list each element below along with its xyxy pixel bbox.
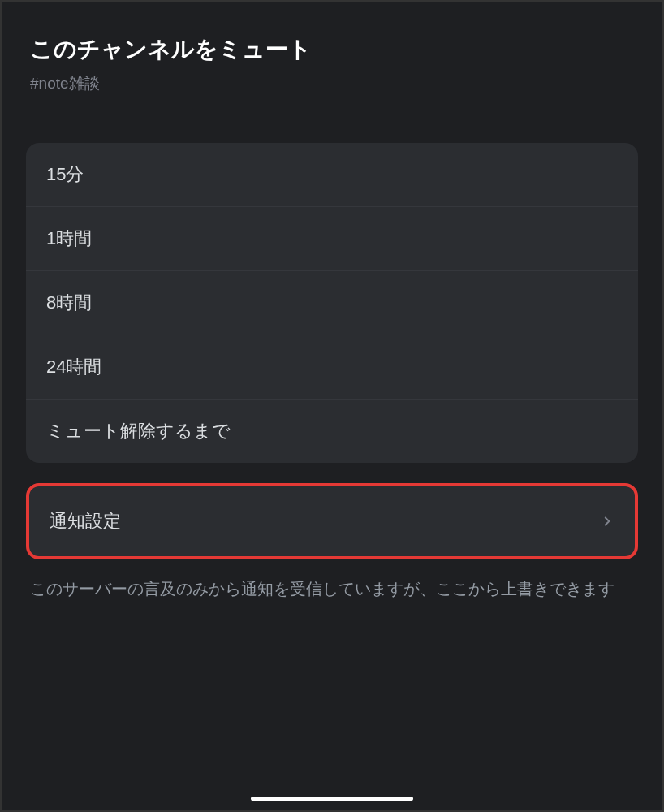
chevron-right-icon [600, 514, 614, 529]
mute-option-24hours[interactable]: 24時間 [26, 335, 638, 400]
notification-settings-button[interactable]: 通知設定 [26, 483, 638, 559]
mute-option-15min[interactable]: 15分 [26, 143, 638, 207]
home-indicator [251, 797, 413, 801]
header: このチャンネルをミュート #note雑談 [2, 2, 662, 114]
page-title: このチャンネルをミュート [30, 34, 634, 65]
option-label: 15分 [46, 164, 84, 184]
mute-duration-options: 15分 1時間 8時間 24時間 ミュート解除するまで [26, 143, 638, 463]
option-label: 1時間 [46, 228, 92, 248]
mute-option-8hours[interactable]: 8時間 [26, 271, 638, 335]
channel-name: #note雑談 [30, 73, 634, 94]
option-label: 8時間 [46, 292, 92, 313]
settings-label: 通知設定 [50, 509, 121, 533]
mute-option-until-unmuted[interactable]: ミュート解除するまで [26, 400, 638, 463]
description-text: このサーバーの言及のみから通知を受信していますが、ここから上書きできます [2, 559, 662, 620]
option-label: 24時間 [46, 356, 101, 377]
content-area: 15分 1時間 8時間 24時間 ミュート解除するまで 通知設定 [2, 114, 662, 559]
mute-option-1hour[interactable]: 1時間 [26, 207, 638, 271]
option-label: ミュート解除するまで [46, 421, 231, 441]
